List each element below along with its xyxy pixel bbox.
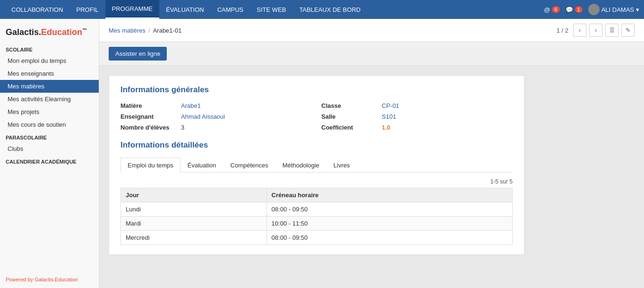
pagination-next-button[interactable]: › [589, 24, 602, 37]
breadcrumb-parent[interactable]: Mes matières [109, 27, 146, 34]
section-title-parascolaire: PARASCOLAIRE [0, 131, 99, 142]
table-row: Mercredi08:00 - 09:50 [121, 231, 513, 245]
col-header-jour: Jour [121, 188, 267, 202]
col-header-creneau: Créneau horaire [266, 188, 512, 202]
cell-creneau: 08:00 - 09:50 [266, 202, 512, 217]
info-row-nb-eleves: Nombre d'élèves 3 [120, 124, 312, 131]
info-row-matiere: Matière Arabe1 [120, 102, 312, 109]
pagination-prev-button[interactable]: ‹ [573, 24, 586, 37]
label-salle: Salle [321, 113, 378, 120]
sidebar-logo: Galactis.Education™ [0, 24, 99, 43]
messages-button[interactable]: 💬 1 [566, 6, 583, 13]
nav-item-programme[interactable]: PROGRAMME [105, 0, 160, 19]
sidebar-footer: Powered by Galactis.Education [0, 271, 99, 288]
cell-creneau: 10:00 - 11:50 [266, 217, 512, 231]
nav-items: COLLABORATION PROFIL PROGRAMME ÉVALUATIO… [5, 0, 544, 19]
sidebar-item-enseignants[interactable]: Mes enseignants [0, 67, 99, 80]
user-name: ALI DAMAS [601, 6, 634, 13]
label-classe: Classe [321, 102, 378, 109]
logo-tm: ™ [82, 27, 87, 33]
info-row-coefficient: Coefficient 1.0 [321, 124, 513, 131]
cell-jour: Lundi [121, 202, 267, 217]
table-pagination-info: 1-5 sur 5 [120, 178, 513, 185]
detailed-info-title: Informations détaillées [120, 140, 513, 150]
breadcrumb-bar: Mes matières / Arabe1-01 1 / 2 ‹ › ☰ ✎ [99, 19, 644, 42]
tab-livres[interactable]: Livres [326, 157, 357, 173]
main-layout: Galactis.Education™ SCOLAIRE Mon emploi … [0, 19, 644, 288]
general-info-title: Informations générales [120, 85, 513, 95]
info-card: Informations générales Matière Arabe1 En… [109, 75, 524, 255]
chevron-down-icon: ▾ [636, 6, 639, 13]
sidebar-item-matieres[interactable]: Mes matières [0, 80, 99, 93]
label-coefficient: Coefficient [321, 124, 378, 131]
top-navigation: COLLABORATION PROFIL PROGRAMME ÉVALUATIO… [0, 0, 644, 19]
info-rows-right: Classe CP-01 Salle S101 Coefficient 1.0 [321, 102, 513, 131]
nav-item-siteweb[interactable]: SITE WEB [250, 0, 292, 19]
cell-jour: Mercredi [121, 231, 267, 245]
label-matiere: Matière [120, 102, 177, 109]
sidebar: Galactis.Education™ SCOLAIRE Mon emploi … [0, 19, 99, 288]
nav-item-campus[interactable]: CAMPUS [211, 0, 250, 19]
value-salle[interactable]: S101 [382, 113, 396, 120]
nav-item-profil[interactable]: PROFIL [70, 0, 105, 19]
breadcrumb-current: Arabe1-01 [153, 27, 182, 34]
pagination-info: 1 / 2 [557, 27, 568, 34]
label-nb-eleves: Nombre d'élèves [120, 124, 177, 131]
sidebar-item-emploi-du-temps[interactable]: Mon emploi du temps [0, 54, 99, 67]
sidebar-item-clubs[interactable]: Clubs [0, 142, 99, 155]
tab-methodologie[interactable]: Méthodologie [275, 157, 326, 173]
table-row: Mardi10:00 - 11:50 [121, 217, 513, 231]
at-icon: @ [544, 6, 550, 13]
messages-badge: 1 [575, 6, 583, 13]
notifications-badge: 6 [552, 6, 559, 13]
detail-tabs: Emploi du temps Évaluation Compétences M… [120, 157, 513, 173]
label-enseignant: Enseignant [120, 113, 177, 120]
table-row: Lundi08:00 - 09:50 [121, 202, 513, 217]
value-enseignant[interactable]: Ahmad Aissaoui [181, 113, 225, 120]
cell-jour: Mardi [121, 217, 267, 231]
content-area: Informations générales Matière Arabe1 En… [99, 66, 644, 288]
tab-emploi-du-temps[interactable]: Emploi du temps [120, 157, 180, 173]
sidebar-item-soutien[interactable]: Mes cours de soutien [0, 118, 99, 131]
value-matiere[interactable]: Arabe1 [181, 102, 201, 109]
list-view-button[interactable]: ☰ [605, 24, 618, 37]
nav-item-evaluation[interactable]: ÉVALUATION [159, 0, 210, 19]
nav-item-collaboration[interactable]: COLLABORATION [5, 0, 70, 19]
value-nb-eleves: 3 [181, 124, 184, 131]
schedule-table: Jour Créneau horaire Lundi08:00 - 09:50M… [120, 188, 513, 245]
logo-red-text: Education [41, 27, 82, 37]
nav-item-tableaux[interactable]: TABLEAUX DE BORD [292, 0, 367, 19]
attend-online-button[interactable]: Assister en ligne [109, 47, 167, 61]
pagination-controls: 1 / 2 ‹ › ☰ ✎ [557, 24, 635, 37]
table-header-row: Jour Créneau horaire [121, 188, 513, 202]
main-content: Mes matières / Arabe1-01 1 / 2 ‹ › ☰ ✎ A… [99, 19, 644, 288]
sidebar-item-elearning[interactable]: Mes activités Elearning [0, 93, 99, 105]
logo-black-text: Galactis. [6, 27, 41, 37]
value-coefficient: 1.0 [382, 124, 390, 131]
tab-evaluation[interactable]: Évaluation [180, 157, 223, 173]
info-row-enseignant: Enseignant Ahmad Aissaoui [120, 113, 312, 120]
general-info-grid: Matière Arabe1 Enseignant Ahmad Aissaoui… [120, 102, 513, 131]
breadcrumb: Mes matières / Arabe1-01 [109, 27, 181, 34]
user-menu[interactable]: ALI DAMAS ▾ [588, 4, 639, 15]
section-title-calendrier: CALENDRIER ACADÉMIQUE [0, 155, 99, 166]
nav-right: @ 6 💬 1 ALI DAMAS ▾ [544, 4, 639, 15]
edit-button[interactable]: ✎ [621, 24, 635, 37]
sidebar-item-projets[interactable]: Mes projets [0, 105, 99, 118]
info-rows-left: Matière Arabe1 Enseignant Ahmad Aissaoui… [120, 102, 312, 131]
chat-icon: 💬 [566, 6, 573, 13]
cell-creneau: 08:00 - 09:50 [266, 231, 512, 245]
user-avatar [588, 4, 600, 15]
section-title-scolaire: SCOLAIRE [0, 43, 99, 54]
info-row-salle: Salle S101 [321, 113, 513, 120]
tab-competences[interactable]: Compétences [223, 157, 275, 173]
value-classe[interactable]: CP-01 [382, 102, 399, 109]
notifications-button[interactable]: @ 6 [544, 6, 559, 13]
action-bar: Assister en ligne [99, 42, 644, 66]
info-row-classe: Classe CP-01 [321, 102, 513, 109]
breadcrumb-separator: / [148, 27, 150, 34]
